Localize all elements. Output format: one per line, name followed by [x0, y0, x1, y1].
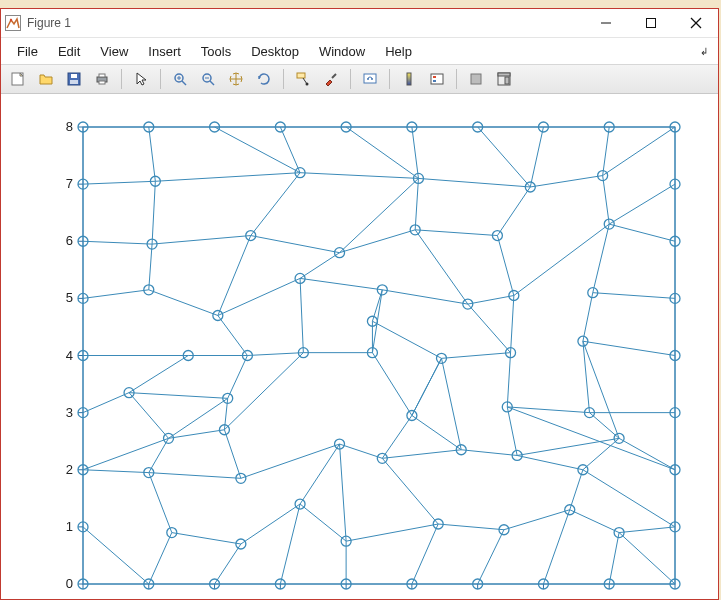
- menu-desktop[interactable]: Desktop: [241, 42, 309, 61]
- rotate-button[interactable]: [251, 67, 277, 91]
- matlab-icon: [5, 15, 21, 31]
- hide-tools-icon: [468, 71, 484, 87]
- new-figure-button[interactable]: [5, 67, 31, 91]
- link-plot-icon: [362, 71, 378, 87]
- svg-rect-8: [70, 80, 78, 84]
- svg-rect-11: [99, 81, 105, 84]
- minimize-button[interactable]: [583, 9, 628, 37]
- ytick-label: 8: [66, 119, 73, 134]
- svg-rect-31: [471, 74, 481, 84]
- open-button[interactable]: [33, 67, 59, 91]
- toolbar: [1, 64, 718, 94]
- print-icon: [94, 71, 110, 87]
- svg-point-24: [367, 78, 369, 80]
- axes[interactable]: 012345678: [1, 94, 718, 599]
- zoom-out-button[interactable]: [195, 67, 221, 91]
- menu-insert[interactable]: Insert: [138, 42, 191, 61]
- svg-line-22: [332, 74, 336, 78]
- window-title: Figure 1: [27, 16, 71, 30]
- svg-rect-34: [505, 77, 509, 84]
- dock-icon: [496, 71, 512, 87]
- svg-rect-7: [71, 74, 77, 78]
- pan-button[interactable]: [223, 67, 249, 91]
- ytick-label: 5: [66, 290, 73, 305]
- ytick-label: 4: [66, 348, 73, 363]
- insert-legend-button[interactable]: [424, 67, 450, 91]
- zoom-in-button[interactable]: [167, 67, 193, 91]
- dock-button[interactable]: [491, 67, 517, 91]
- figure-window: Figure 1 FileEditViewInsertToolsDesktopW…: [0, 8, 719, 600]
- maximize-button[interactable]: [628, 9, 673, 37]
- titlebar: Figure 1: [1, 9, 718, 37]
- svg-point-0: [10, 19, 12, 21]
- svg-rect-33: [498, 73, 510, 76]
- svg-line-13: [182, 81, 186, 85]
- insert-colorbar-button[interactable]: [396, 67, 422, 91]
- ytick-label: 1: [66, 519, 73, 534]
- toolbar-separator: [160, 69, 161, 89]
- menu-tools[interactable]: Tools: [191, 42, 241, 61]
- menu-window[interactable]: Window: [309, 42, 375, 61]
- brush-button[interactable]: [318, 67, 344, 91]
- print-button[interactable]: [89, 67, 115, 91]
- pan-icon: [228, 71, 244, 87]
- menu-overflow-icon[interactable]: ↲: [700, 46, 712, 57]
- svg-line-17: [210, 81, 214, 85]
- ytick-label: 3: [66, 405, 73, 420]
- save-button[interactable]: [61, 67, 87, 91]
- svg-rect-19: [297, 73, 305, 78]
- menu-view[interactable]: View: [90, 42, 138, 61]
- data-cursor-icon: [295, 71, 311, 87]
- save-icon: [66, 71, 82, 87]
- ytick-label: 7: [66, 176, 73, 191]
- toolbar-separator: [456, 69, 457, 89]
- toolbar-separator: [121, 69, 122, 89]
- data-cursor-button[interactable]: [290, 67, 316, 91]
- link-plot-button[interactable]: [357, 67, 383, 91]
- svg-point-21: [306, 83, 309, 86]
- ytick-label: 0: [66, 576, 73, 591]
- ytick-label: 2: [66, 462, 73, 477]
- new-figure-icon: [10, 71, 26, 87]
- toolbar-separator: [350, 69, 351, 89]
- svg-rect-2: [646, 19, 655, 28]
- svg-point-25: [371, 78, 373, 80]
- menubar: FileEditViewInsertToolsDesktopWindowHelp…: [1, 37, 718, 64]
- insert-colorbar-icon: [401, 71, 417, 87]
- svg-rect-26: [407, 73, 411, 85]
- pointer-button[interactable]: [128, 67, 154, 91]
- hide-tools-button[interactable]: [463, 67, 489, 91]
- brush-icon: [323, 71, 339, 87]
- toolbar-separator: [283, 69, 284, 89]
- close-button[interactable]: [673, 9, 718, 37]
- menu-edit[interactable]: Edit: [48, 42, 90, 61]
- insert-legend-icon: [429, 71, 445, 87]
- rotate-icon: [256, 71, 272, 87]
- zoom-in-icon: [172, 71, 188, 87]
- zoom-out-icon: [200, 71, 216, 87]
- svg-rect-10: [99, 74, 105, 77]
- open-icon: [38, 71, 54, 87]
- svg-rect-23: [364, 74, 376, 83]
- axes-area[interactable]: 012345678: [1, 94, 718, 599]
- pointer-icon: [133, 71, 149, 87]
- toolbar-separator: [389, 69, 390, 89]
- menu-file[interactable]: File: [7, 42, 48, 61]
- menu-help[interactable]: Help: [375, 42, 422, 61]
- ytick-label: 6: [66, 233, 73, 248]
- svg-rect-28: [431, 74, 443, 84]
